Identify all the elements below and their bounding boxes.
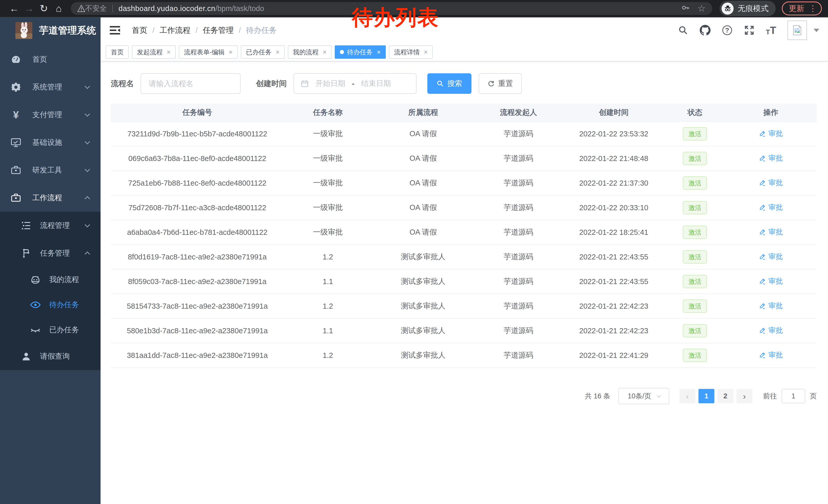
status-badge: 激活 xyxy=(683,324,707,337)
cell-create-time: 2022-01-22 23:53:32 xyxy=(563,122,665,146)
prev-page-button[interactable]: ‹ xyxy=(679,389,695,403)
close-icon[interactable]: × xyxy=(323,48,327,56)
cell-process: 测试多审批人 xyxy=(372,318,474,343)
kebab-menu-icon[interactable]: ⋮ xyxy=(809,4,817,12)
sidebar-item-infra[interactable]: 基础设施 xyxy=(0,129,100,156)
column-header: 所属流程 xyxy=(372,103,474,122)
sidebar-item-task-mgmt[interactable]: 任务管理 xyxy=(0,239,100,267)
search-icon[interactable] xyxy=(678,25,689,36)
chevron-down-icon xyxy=(85,111,90,117)
sidebar-item-my-process[interactable]: 我的流程 xyxy=(0,267,100,292)
page-unit-label: 页 xyxy=(810,392,817,401)
cell-create-time: 2022-01-21 22:43:55 xyxy=(563,269,665,294)
sidebar-item-system[interactable]: 系统管理 xyxy=(0,73,100,101)
font-size-icon[interactable]: TT xyxy=(766,25,776,36)
page-size-select[interactable]: 10条/页 xyxy=(618,388,669,404)
approve-link[interactable]: 审批 xyxy=(759,350,783,360)
chevron-down-icon xyxy=(85,139,90,144)
cell-create-time: 2022-01-22 20:33:10 xyxy=(563,195,665,220)
hamburger-icon[interactable] xyxy=(109,25,121,35)
breadcrumb-item[interactable]: 任务管理 xyxy=(203,25,234,36)
cell-task-name: 1.1 xyxy=(284,269,372,294)
sidebar-item-workflow[interactable]: 工作流程 xyxy=(0,184,100,212)
avatar[interactable] xyxy=(787,20,807,40)
tab-首页[interactable]: 首页 xyxy=(106,45,129,59)
fullscreen-icon[interactable] xyxy=(744,25,755,36)
approve-link[interactable]: 审批 xyxy=(759,178,783,188)
page-button-2[interactable]: 2 xyxy=(717,389,733,403)
back-icon[interactable]: ← xyxy=(7,3,22,14)
cell-process: OA 请假 xyxy=(372,122,474,146)
sidebar-item-devtools[interactable]: 研发工具 xyxy=(0,156,100,184)
cell-starter: 芋道源码 xyxy=(474,318,563,343)
sidebar-item-leave-query[interactable]: 请假查询 xyxy=(0,342,100,370)
sidebar-item-home[interactable]: 首页 xyxy=(0,46,100,73)
filter-form: 流程名 创建时间 开始日期 - 结束日期 搜索 重置 xyxy=(111,73,817,94)
tab-我的流程[interactable]: 我的流程× xyxy=(288,45,332,59)
calendar-icon xyxy=(301,80,309,88)
active-dot-icon xyxy=(340,50,344,54)
logo[interactable]: 芋道管理系统 xyxy=(0,17,100,44)
breadcrumb-item[interactable]: 首页 xyxy=(132,25,147,36)
close-icon[interactable]: × xyxy=(377,48,381,56)
reset-button[interactable]: 重置 xyxy=(479,73,522,94)
tab-流程详情[interactable]: 流程详情× xyxy=(389,45,433,59)
table-row: 58154733-7ac8-11ec-a9e2-a2380e71991a1.2测… xyxy=(111,294,817,318)
pencil-icon xyxy=(759,352,766,359)
approve-link[interactable]: 审批 xyxy=(759,326,783,335)
approve-link[interactable]: 审批 xyxy=(759,227,783,237)
help-icon[interactable]: ? xyxy=(722,25,733,36)
column-header: 任务编号 xyxy=(111,103,284,122)
tab-label: 流程表单-编辑 xyxy=(184,48,224,56)
approve-link[interactable]: 审批 xyxy=(759,153,783,163)
address-bar[interactable]: 不安全 dashboard.yudao.iocoder.cn/bpm/task/… xyxy=(71,2,712,15)
table-row: 75d72608-7b7f-11ec-a3c8-acde48001122一级审批… xyxy=(111,195,817,220)
approve-link[interactable]: 审批 xyxy=(759,129,783,138)
chevron-up-icon xyxy=(85,196,90,201)
approve-link[interactable]: 审批 xyxy=(759,301,783,311)
reset-button-label: 重置 xyxy=(498,79,513,89)
url-host: dashboard.yudao.iocoder.cn xyxy=(119,4,215,13)
forward-icon[interactable]: → xyxy=(22,3,36,14)
home-icon[interactable]: ⌂ xyxy=(51,3,66,14)
process-name-input[interactable] xyxy=(140,73,241,94)
next-page-button[interactable]: › xyxy=(736,389,752,403)
search-button[interactable]: 搜索 xyxy=(427,73,471,94)
eye-open-icon xyxy=(29,299,42,311)
github-icon[interactable] xyxy=(700,25,710,36)
tab-待办任务[interactable]: 待办任务× xyxy=(335,45,386,59)
sidebar-item-todo-task[interactable]: 待办任务 xyxy=(0,292,100,317)
start-date-placeholder[interactable]: 开始日期 xyxy=(316,79,345,89)
sidebar-item-process-mgmt[interactable]: 流程管理 xyxy=(0,212,100,239)
close-icon[interactable]: × xyxy=(276,48,280,56)
tab-已办任务[interactable]: 已办任务× xyxy=(241,45,285,59)
goto-page-input[interactable] xyxy=(782,389,805,403)
cell-task-id: 8f0d1619-7ac8-11ec-a9e2-a2380e71991a xyxy=(111,244,284,269)
bookmark-star-icon[interactable]: ☆ xyxy=(697,3,706,14)
tab-发起流程[interactable]: 发起流程× xyxy=(132,45,176,59)
app-title: 芋道管理系统 xyxy=(39,24,96,37)
approve-link[interactable]: 审批 xyxy=(759,252,783,262)
close-icon[interactable]: × xyxy=(167,48,171,56)
sidebar-item-payment[interactable]: ¥支付管理 xyxy=(0,101,100,129)
tab-流程表单-编辑[interactable]: 流程表单-编辑× xyxy=(179,45,238,59)
cell-task-name: 一级审批 xyxy=(284,220,372,244)
breadcrumb-item[interactable]: 工作流程 xyxy=(160,25,190,36)
column-header: 创建时间 xyxy=(563,103,665,122)
sidebar: 芋道管理系统 首页系统管理¥支付管理基础设施研发工具工作流程流程管理任务管理我的… xyxy=(0,17,100,504)
approve-link[interactable]: 审批 xyxy=(759,276,783,286)
sidebar-item-done-task[interactable]: 已办任务 xyxy=(0,317,100,342)
end-date-placeholder[interactable]: 结束日期 xyxy=(361,79,391,89)
close-icon[interactable]: × xyxy=(229,48,233,56)
update-button[interactable]: 更新 ⋮ xyxy=(782,2,822,15)
key-icon[interactable] xyxy=(681,3,690,14)
page-button-1[interactable]: 1 xyxy=(699,389,714,403)
avatar-caret-icon[interactable] xyxy=(814,29,819,32)
chevron-down-icon xyxy=(85,167,90,172)
approve-link[interactable]: 审批 xyxy=(759,202,783,212)
column-header: 任务名称 xyxy=(284,103,372,122)
date-range-picker[interactable]: 开始日期 - 结束日期 xyxy=(293,73,417,94)
reload-icon[interactable]: ↻ xyxy=(36,3,51,14)
status-badge: 激活 xyxy=(683,152,707,165)
close-icon[interactable]: × xyxy=(424,48,427,56)
